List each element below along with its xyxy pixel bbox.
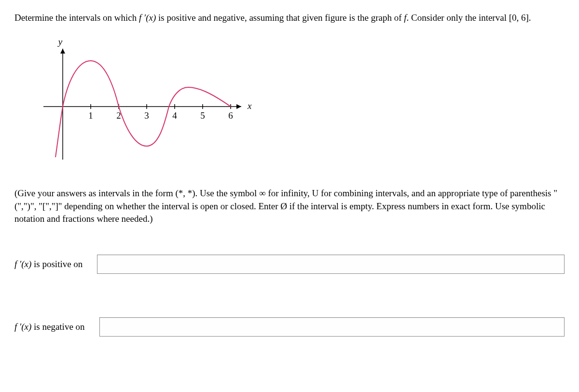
positive-label-prefix: f ′(x) <box>14 259 31 269</box>
question-mid1: is positive and negative, assuming that … <box>156 13 404 23</box>
tick-label-5: 5 <box>200 110 205 121</box>
negative-label-suffix: is negative on <box>31 322 84 332</box>
tick-label-1: 1 <box>88 110 93 121</box>
negative-input[interactable] <box>99 317 565 337</box>
positive-input[interactable] <box>97 255 565 274</box>
tick-label-3: 3 <box>144 110 149 121</box>
negative-label-prefix: f ′(x) <box>14 322 31 332</box>
instructions-text: (Give your answers as intervals in the f… <box>14 188 557 224</box>
curve-f <box>55 61 231 157</box>
tick-label-6: 6 <box>228 110 233 121</box>
instructions: (Give your answers as intervals in the f… <box>14 187 565 226</box>
answer-row-negative: f ′(x) is negative on <box>14 317 565 337</box>
positive-label: f ′(x) is positive on <box>14 258 83 271</box>
negative-label: f ′(x) is negative on <box>14 321 85 334</box>
question-text: Determine the intervals on which f ′(x) … <box>14 12 565 25</box>
graph-svg: 1 2 3 4 5 6 x y <box>43 39 256 164</box>
y-axis-label: y <box>57 39 63 47</box>
graph: 1 2 3 4 5 6 x y <box>43 39 565 168</box>
question-prefix: Determine the intervals on which <box>14 13 139 23</box>
y-axis-arrow <box>60 49 65 54</box>
x-axis-label: x <box>247 101 252 111</box>
question-suffix: . Consider only the interval [0, 6]. <box>407 13 531 23</box>
positive-label-suffix: is positive on <box>31 259 83 269</box>
x-axis-arrow <box>236 104 241 109</box>
tick-label-4: 4 <box>172 110 177 121</box>
question-fprime: f ′(x) <box>139 13 156 23</box>
answer-row-positive: f ′(x) is positive on <box>14 255 565 274</box>
